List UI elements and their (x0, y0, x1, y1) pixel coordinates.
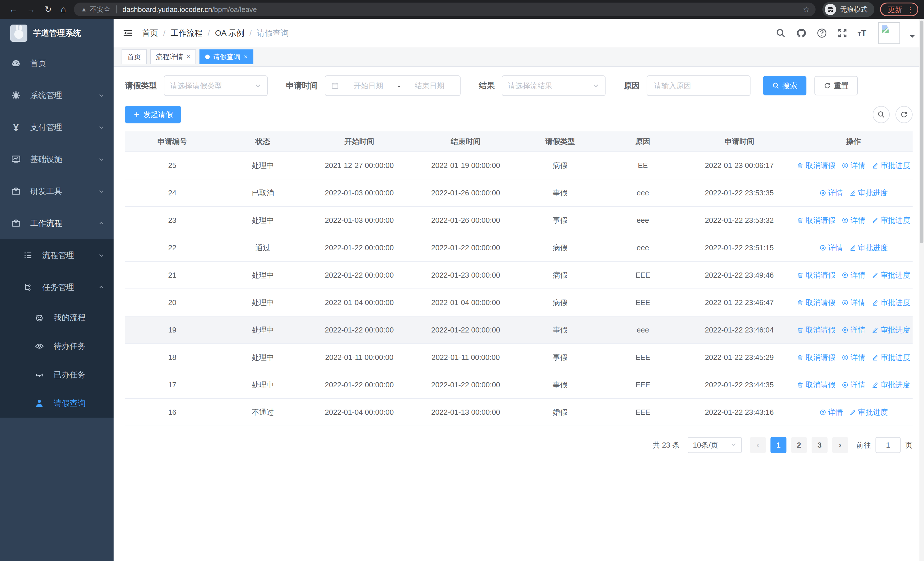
create-leave-button[interactable]: 发起请假 (125, 106, 181, 123)
cancel-leave-link[interactable]: 取消请假 (797, 215, 835, 226)
show-search-toggle-button[interactable] (873, 106, 890, 123)
sidebar-item-home[interactable]: 首页 (0, 47, 114, 80)
leave-type-label: 请假类型 (125, 80, 157, 91)
sidebar-item-done-tasks[interactable]: 已办任务 (0, 361, 114, 389)
cancel-leave-link[interactable]: 取消请假 (797, 298, 835, 308)
cancel-leave-link[interactable]: 取消请假 (797, 270, 835, 280)
home-icon[interactable]: ⌂ (61, 5, 66, 14)
sidebar-item-process-mgmt[interactable]: 流程管理 (0, 239, 114, 271)
pen-icon (872, 381, 879, 388)
detail-link[interactable]: 详情 (842, 215, 865, 226)
result-select[interactable]: 请选择流结果 (502, 75, 606, 96)
search-icon[interactable] (776, 28, 786, 39)
browser-menu-icon[interactable]: ⋮ (907, 5, 914, 14)
page-scrollbar[interactable] (920, 19, 924, 561)
reason-input[interactable] (654, 81, 743, 90)
scrollbar-thumb[interactable] (920, 21, 923, 244)
sidebar-item-system-mgmt[interactable]: 系统管理 (0, 80, 114, 111)
detail-link[interactable]: 详情 (842, 352, 865, 362)
approval-progress-link[interactable]: 审批进度 (849, 407, 888, 417)
approval-progress-link[interactable]: 审批进度 (872, 352, 910, 362)
incognito-icon (825, 4, 836, 15)
approval-progress-link[interactable]: 审批进度 (872, 298, 910, 308)
approval-progress-link[interactable]: 审批进度 (872, 380, 910, 390)
approval-progress-link[interactable]: 审批进度 (872, 161, 910, 170)
browser-update-button[interactable]: 更新 ⋮ (880, 3, 918, 16)
sidebar-item-leave-query[interactable]: 请假查询 (0, 389, 114, 418)
sidebar-logo-row[interactable]: 芋道管理系统 (0, 19, 114, 47)
cancel-leave-link[interactable]: 取消请假 (797, 380, 835, 390)
leave-type-select[interactable]: 请选择请假类型 (164, 75, 268, 96)
refresh-table-button[interactable] (896, 106, 913, 123)
sidebar-item-label: 我的流程 (54, 312, 86, 323)
approval-progress-link[interactable]: 审批进度 (872, 325, 910, 335)
detail-link[interactable]: 详情 (819, 407, 843, 417)
approval-progress-link[interactable]: 审批进度 (872, 215, 910, 226)
table-row: 17处理中2022-01-22 00:00:002022-01-22 00:00… (125, 371, 913, 399)
sidebar-item-payment-mgmt[interactable]: ¥支付管理 (0, 111, 114, 143)
page-button-2[interactable]: 2 (791, 437, 807, 453)
prev-page-button[interactable]: ‹ (750, 437, 766, 453)
cell-status: 处理中 (219, 215, 306, 226)
sidebar-item-todo-tasks[interactable]: 待办任务 (0, 332, 114, 361)
tab-流程详情[interactable]: 流程详情× (150, 50, 196, 64)
cancel-leave-link[interactable]: 取消请假 (797, 325, 835, 335)
detail-link[interactable]: 详情 (819, 243, 843, 253)
cell-id: 19 (125, 326, 219, 334)
help-icon[interactable] (816, 28, 827, 39)
search-button[interactable]: 搜索 (763, 76, 806, 95)
cancel-leave-link[interactable]: 取消请假 (797, 161, 835, 170)
detail-link[interactable]: 详情 (842, 298, 865, 308)
calendar-icon (331, 82, 339, 90)
github-icon[interactable] (796, 28, 807, 39)
page-size-select[interactable]: 10条/页 (688, 437, 742, 453)
sidebar-item-workflow[interactable]: 工作流程 (0, 208, 114, 239)
fullscreen-icon[interactable] (837, 28, 848, 39)
breadcrumb-item[interactable]: OA 示例 (215, 28, 244, 39)
close-icon[interactable]: × (244, 53, 248, 60)
font-size-icon[interactable]: TT (858, 28, 866, 38)
sidebar-item-my-process[interactable]: 我的流程 (0, 303, 114, 332)
approval-progress-link[interactable]: 审批进度 (849, 188, 888, 198)
breadcrumb-item[interactable]: 首页 (142, 28, 158, 39)
browser-toolbar: ← → ↻ ⌂ ▲ 不安全 dashboard.yudao.iocoder.cn… (0, 0, 924, 19)
sidebar-collapse-icon[interactable] (123, 28, 133, 38)
cancel-leave-link[interactable]: 取消请假 (797, 352, 835, 362)
cell-status: 已取消 (219, 188, 306, 198)
avatar[interactable] (878, 22, 900, 44)
leave-table: 申请编号状态开始时间结束时间请假类型原因申请时间操作25处理中2021-12-2… (125, 131, 913, 426)
tab-请假查询[interactable]: 请假查询× (200, 50, 254, 64)
sidebar-item-infrastructure[interactable]: 基础设施 (0, 143, 114, 175)
chevron-up-icon (98, 284, 105, 290)
approval-progress-link[interactable]: 审批进度 (872, 270, 910, 280)
cell-end: 2022-01-26 00:00:00 (412, 188, 519, 197)
tab-首页[interactable]: 首页 (122, 50, 147, 64)
approval-progress-link[interactable]: 审批进度 (849, 243, 888, 253)
sidebar-item-dev-tools[interactable]: 研发工具 (0, 175, 114, 208)
close-icon[interactable]: × (187, 53, 190, 60)
sidebar-item-task-mgmt[interactable]: 任务管理 (0, 271, 114, 303)
url-bar[interactable]: ▲ 不安全 dashboard.yudao.iocoder.cn/bpm/oa/… (74, 3, 816, 16)
cell-start: 2022-01-03 00:00:00 (306, 216, 412, 225)
view-icon (842, 326, 849, 334)
detail-link[interactable]: 详情 (819, 188, 843, 198)
reload-icon[interactable]: ↻ (45, 5, 52, 14)
detail-link[interactable]: 详情 (842, 161, 865, 170)
page-button-3[interactable]: 3 (812, 437, 828, 453)
detail-link[interactable]: 详情 (842, 380, 865, 390)
detail-link[interactable]: 详情 (842, 325, 865, 335)
back-icon[interactable]: ← (9, 5, 18, 14)
detail-link[interactable]: 详情 (842, 270, 865, 280)
forward-icon[interactable]: → (27, 5, 35, 14)
reset-button[interactable]: 重置 (814, 76, 858, 95)
breadcrumb-item[interactable]: 工作流程 (171, 28, 202, 39)
next-page-button[interactable]: › (832, 437, 848, 453)
cell-reason: EEE (602, 298, 684, 307)
goto-page-input[interactable] (876, 437, 901, 453)
cell-reason: EEE (602, 408, 684, 417)
trash-icon (797, 326, 804, 334)
apply-time-range-picker[interactable]: 开始日期 - 结束日期 (325, 75, 460, 96)
avatar-dropdown-caret[interactable] (910, 35, 915, 40)
page-button-1[interactable]: 1 (771, 437, 786, 453)
bookmark-star-icon[interactable]: ☆ (803, 5, 810, 14)
